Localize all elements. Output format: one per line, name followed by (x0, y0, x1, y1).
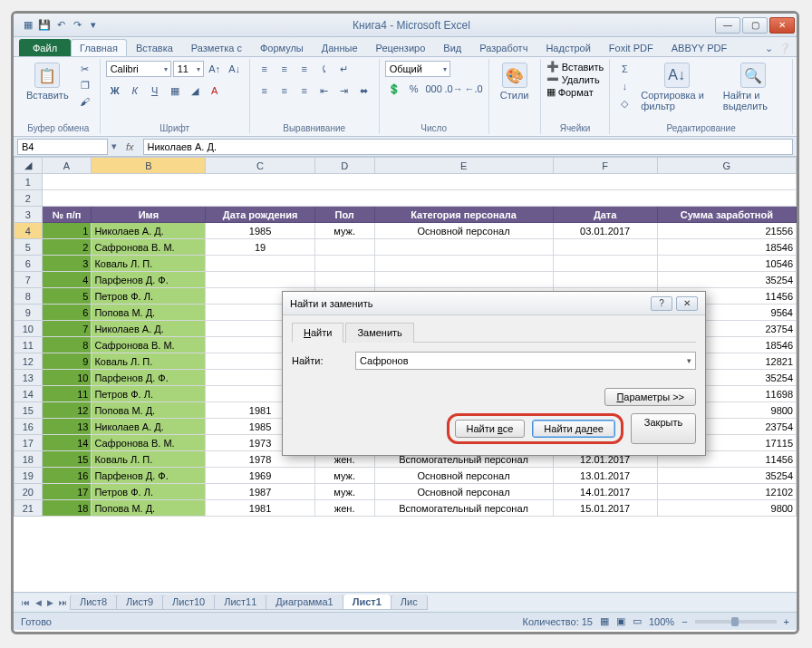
clear-icon[interactable]: ◇ (615, 95, 633, 111)
tab-nav-prev-icon[interactable]: ◀ (33, 598, 44, 607)
sheet-tab[interactable]: Лист8 (70, 595, 117, 610)
percent-icon[interactable]: % (405, 81, 423, 97)
data-cell[interactable]: 1969 (206, 468, 314, 484)
data-cell[interactable]: Сафронова В. М. (92, 337, 206, 353)
data-cell[interactable]: 7 (42, 321, 92, 337)
tab-file[interactable]: Файл (19, 39, 71, 56)
find-input[interactable]: Сафронов (355, 352, 696, 370)
row-header[interactable]: 18 (14, 451, 43, 468)
data-cell[interactable] (314, 272, 374, 288)
data-cell[interactable]: Основной персонал (374, 468, 553, 484)
undo-icon[interactable]: ↶ (53, 18, 68, 33)
data-cell[interactable]: Парфенов Д. Ф. (92, 272, 206, 288)
font-color-button[interactable]: A (206, 82, 224, 99)
fill-icon[interactable]: ↓ (615, 78, 633, 94)
data-cell[interactable]: 1987 (206, 484, 314, 500)
data-cell[interactable] (553, 239, 657, 256)
tab-addins[interactable]: Надстрой (536, 39, 599, 56)
align-center-icon[interactable]: ≡ (276, 82, 294, 99)
comma-icon[interactable]: 000 (425, 81, 443, 97)
border-button[interactable]: ▦ (166, 82, 184, 99)
fill-color-button[interactable]: ◢ (186, 82, 204, 99)
data-cell[interactable]: 2 (42, 239, 92, 256)
header-cell[interactable]: Дата (553, 207, 657, 223)
cut-icon[interactable]: ✂ (76, 61, 94, 77)
insert-cells-button[interactable]: ➕Вставить (546, 61, 604, 73)
data-cell[interactable]: 4 (42, 272, 92, 288)
data-cell[interactable]: Николаев А. Д. (92, 419, 206, 435)
data-cell[interactable]: 11 (42, 386, 92, 402)
header-cell[interactable]: Дата рождения (206, 207, 314, 223)
namebox-dropdown-icon[interactable]: ▾ (111, 140, 117, 152)
row-header[interactable]: 2 (14, 190, 43, 207)
tab-nav-first-icon[interactable]: ⏮ (19, 598, 33, 607)
header-cell[interactable]: Имя (92, 207, 206, 223)
sort-filter-button[interactable]: A↓ Сортировка и фильтр (637, 61, 716, 113)
data-cell[interactable]: 6 (42, 305, 92, 321)
maximize-button[interactable]: ▢ (742, 17, 768, 34)
zoom-in-button[interactable]: + (784, 616, 789, 627)
align-top-icon[interactable]: ≡ (256, 61, 274, 77)
data-cell[interactable]: 35254 (657, 468, 796, 484)
row-header[interactable]: 19 (14, 468, 43, 484)
col-header[interactable]: F (553, 158, 657, 174)
col-header[interactable]: C (206, 158, 314, 174)
data-cell[interactable]: 18546 (657, 239, 796, 256)
data-cell[interactable] (206, 256, 314, 272)
data-cell[interactable]: жен. (314, 500, 374, 517)
data-cell[interactable] (553, 272, 657, 288)
data-cell[interactable]: Основной персонал (374, 484, 553, 500)
data-cell[interactable]: Петров Ф. Л. (92, 288, 206, 305)
data-cell[interactable]: 12 (42, 402, 92, 419)
data-cell[interactable]: 17 (42, 484, 92, 500)
copy-icon[interactable]: ❐ (76, 77, 94, 93)
row-header[interactable]: 11 (14, 337, 43, 353)
sheet-tab[interactable]: Лис (391, 595, 428, 610)
data-cell[interactable]: 35254 (657, 272, 796, 288)
decrease-decimal-icon[interactable]: ←.0 (465, 81, 483, 97)
options-button[interactable]: Параметры >> (604, 388, 696, 406)
tab-nav-next-icon[interactable]: ▶ (44, 598, 56, 607)
sheet-tab[interactable]: Диаграмма1 (266, 595, 343, 610)
row-header[interactable]: 17 (14, 435, 43, 451)
data-cell[interactable]: Попова М. Д. (92, 305, 206, 321)
row-header[interactable]: 8 (14, 288, 43, 305)
data-cell[interactable] (314, 239, 374, 256)
redo-icon[interactable]: ↷ (70, 18, 84, 33)
paste-button[interactable]: 📋 Вставить (23, 61, 72, 102)
tab-formulas[interactable]: Формулы (251, 39, 313, 56)
data-cell[interactable]: 12102 (657, 484, 796, 500)
row-header[interactable]: 5 (14, 239, 43, 256)
data-cell[interactable]: Сафронова В. М. (92, 435, 206, 451)
format-painter-icon[interactable]: 🖌 (76, 93, 94, 110)
name-box[interactable]: B4 (17, 139, 108, 155)
data-cell[interactable]: 03.01.2017 (553, 223, 657, 239)
merge-icon[interactable]: ⬌ (355, 82, 373, 99)
tab-find[interactable]: Найти (292, 323, 343, 343)
data-cell[interactable]: Парфенов Д. Ф. (92, 370, 206, 386)
data-cell[interactable]: 15.01.2017 (553, 500, 657, 517)
orientation-icon[interactable]: ⤹ (315, 61, 334, 77)
data-cell[interactable]: Попова М. Д. (92, 500, 206, 517)
header-cell[interactable]: Пол (314, 207, 374, 223)
data-cell[interactable]: Попова М. Д. (92, 402, 206, 419)
data-cell[interactable]: 1 (42, 223, 92, 239)
view-normal-icon[interactable]: ▦ (600, 615, 609, 627)
formula-bar[interactable]: Николаев А. Д. (143, 139, 793, 155)
data-cell[interactable]: 1981 (206, 500, 314, 517)
fx-icon[interactable]: fx (121, 141, 140, 152)
underline-button[interactable]: Ч (146, 82, 164, 99)
decrease-font-icon[interactable]: A↓ (226, 61, 244, 77)
tab-developer[interactable]: Разработч (470, 39, 536, 56)
col-header[interactable]: E (374, 158, 553, 174)
tab-review[interactable]: Рецензиро (367, 39, 435, 56)
close-dialog-button[interactable]: Закрыть (631, 413, 696, 444)
increase-font-icon[interactable]: A↑ (206, 61, 224, 77)
increase-decimal-icon[interactable]: .0→ (445, 81, 463, 97)
data-cell[interactable] (374, 272, 553, 288)
row-header[interactable]: 6 (14, 256, 43, 272)
dialog-help-button[interactable]: ? (651, 296, 672, 311)
data-cell[interactable]: 14 (42, 435, 92, 451)
tab-layout[interactable]: Разметка с (182, 39, 251, 56)
data-cell[interactable] (374, 239, 553, 256)
